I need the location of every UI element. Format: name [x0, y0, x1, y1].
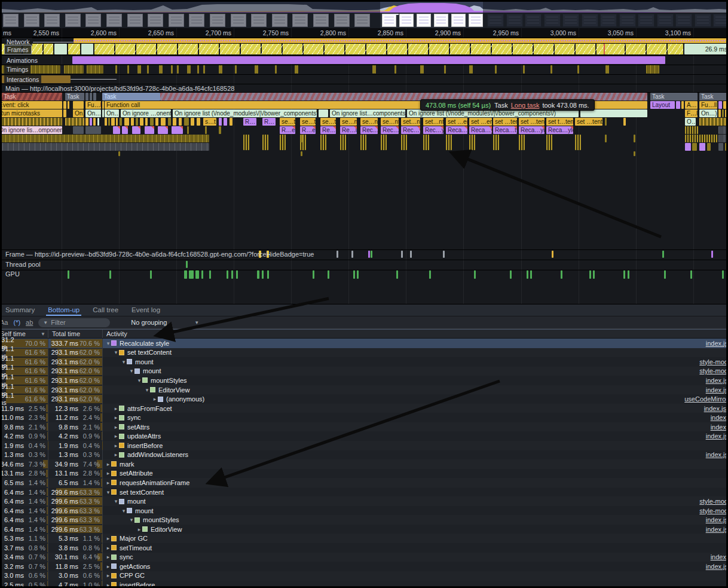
table-row[interactable]: 291.1 ms61.6 %293.1 ms62.0 %▾mountstyle-… [0, 367, 726, 376]
main-funccall-row-bar[interactable]: se…nt [381, 118, 399, 126]
source-link[interactable]: index.js [706, 516, 726, 523]
main-task-row-bar[interactable]: Task [699, 93, 728, 100]
timings-track-bar[interactable] [127, 65, 129, 74]
main-depth6-row-bar[interactable] [401, 135, 407, 150]
filmstrip-thumbnail[interactable] [434, 14, 448, 27]
table-row[interactable]: 3.0 ms0.6 %3.0 ms0.6 %▸CPP GC [0, 571, 726, 581]
filmstrip-thumbnail[interactable] [399, 14, 414, 27]
main-funccall-row-bar[interactable]: set t…tent [546, 118, 573, 126]
filmstrip-thumbnail[interactable] [417, 14, 431, 27]
main-recalc-row-bar[interactable]: R…e [280, 126, 295, 134]
main-microtask-row-bar[interactable]: On…) [85, 109, 101, 117]
gpu-track-bar[interactable] [257, 270, 259, 279]
main-recalc-row-bar[interactable]: Re…e [320, 126, 336, 134]
source-link[interactable]: index. [711, 553, 726, 560]
main-depth6-row-bar[interactable] [340, 135, 346, 150]
tree-expand-icon[interactable]: ▸ [113, 424, 119, 430]
main-funccall-row-bar[interactable] [0, 118, 62, 126]
tree-expand-icon[interactable]: ▸ [105, 545, 111, 551]
gpu-track-bar[interactable] [189, 270, 194, 279]
main-microtask-row-bar[interactable] [319, 109, 328, 117]
main-funccall-row-bar[interactable]: se…nt [360, 118, 378, 126]
main-task-row-bar[interactable]: Task [2, 93, 62, 100]
main-recalc-row-bar[interactable] [145, 126, 154, 134]
timings-track-bar[interactable] [577, 65, 579, 74]
tab-summary[interactable]: Summary [0, 305, 40, 315]
main-recalc-row-bar[interactable] [219, 126, 221, 134]
tab-event-log[interactable]: Event log [126, 305, 166, 315]
main-microtask-row-bar[interactable]: On…) [73, 109, 84, 117]
tree-expand-icon[interactable]: ▸ [105, 480, 111, 486]
main-funccall-row-bar[interactable]: se…nt [340, 118, 357, 126]
main-recalc-row-bar[interactable]: Reca…yle [519, 126, 545, 134]
main-depth6-row-bar[interactable] [262, 135, 268, 150]
threadpool-label[interactable]: Thread pool [5, 261, 41, 268]
tree-collapse-icon[interactable]: ▾ [129, 368, 134, 374]
frame-track-bar[interactable] [337, 251, 338, 258]
main-depth7-row-bar[interactable] [685, 143, 691, 151]
animations-track-label[interactable]: Animations [4, 56, 40, 65]
gpu-track-bar[interactable] [722, 270, 724, 279]
table-row[interactable]: 291.1 ms61.6 %293.1 ms62.0 %▾EditorViewi… [0, 385, 726, 395]
tree-collapse-icon[interactable]: ▾ [121, 508, 127, 514]
source-link[interactable]: index.js [706, 340, 726, 347]
main-depth7-row-bar[interactable] [718, 143, 723, 151]
tree-expand-icon[interactable]: ▸ [105, 563, 111, 569]
filmstrip-thumbnail[interactable] [451, 14, 466, 27]
gpu-track-bar[interactable] [313, 270, 314, 279]
main-depth7-row-bar[interactable] [0, 143, 209, 151]
table-row[interactable]: 6.4 ms1.4 %299.6 ms63.3 %▾mountstyle-mod [0, 506, 726, 516]
network-bar-bar[interactable] [33, 42, 74, 42]
main-depth6-row-bar[interactable] [634, 135, 635, 142]
main-depth6-row-bar[interactable] [493, 135, 499, 150]
tree-collapse-icon[interactable]: ▾ [136, 377, 142, 383]
network-bar-bar[interactable] [74, 38, 728, 43]
main-recalc-row-bar[interactable] [718, 126, 728, 134]
main-funccall-row-bar[interactable]: set …ent [469, 118, 492, 126]
main-recalc-row-bar[interactable] [122, 126, 128, 134]
timings-track-bar[interactable] [139, 65, 141, 74]
frames-track-bar[interactable]: 26.9 ms [684, 44, 728, 54]
timeline-overview[interactable] [2, 2, 726, 28]
main-funccall-row-bar[interactable]: s…t [203, 118, 216, 126]
regex-icon[interactable]: (*) [13, 319, 20, 326]
source-link[interactable]: style-mod [699, 367, 726, 374]
filmstrip-thumbnail[interactable] [469, 14, 483, 27]
gpu-track-bar[interactable] [262, 270, 264, 279]
tree-collapse-icon[interactable]: ▾ [129, 517, 134, 523]
main-task-row-bar[interactable]: Task [65, 93, 84, 100]
main-funccall-row-bar[interactable]: O… [685, 118, 696, 126]
table-row[interactable]: 6.4 ms1.4 %299.6 ms63.3 %▸EditorViewinde… [0, 525, 726, 534]
main-funccall-row-bar[interactable] [230, 118, 233, 126]
timings-track-bar[interactable] [221, 65, 222, 74]
main-funccall-row-bar[interactable]: set…nt [423, 118, 443, 126]
tab-bottom-up[interactable]: Bottom-up [42, 305, 85, 315]
gpu-track-bar[interactable] [328, 270, 329, 279]
frame-track-bar[interactable] [410, 251, 412, 258]
main-funccall-row-bar[interactable] [65, 118, 84, 126]
tree-expand-icon[interactable]: ▸ [105, 461, 111, 467]
table-row[interactable]: 9.8 ms2.1 %9.8 ms2.1 %▸setAttrsindex. [0, 422, 726, 432]
tree-expand-icon[interactable]: ▸ [105, 535, 111, 541]
main-microtask-row-bar[interactable]: Run microtasks [0, 109, 62, 117]
main-depth8-row-bar[interactable] [118, 151, 120, 156]
activity-column-header[interactable]: Activity [103, 330, 726, 338]
main-recalc-row-bar[interactable]: Reca…yle [446, 126, 467, 134]
table-row[interactable]: 291.1 ms61.6 %293.1 ms62.0 %▸(anonymous)… [0, 394, 726, 404]
main-funccall-row-bar[interactable]: se…t [300, 118, 316, 126]
main-funccall-row-bar[interactable]: set…nt [401, 118, 420, 126]
main-funccall-row-bar[interactable]: se…t [280, 118, 295, 126]
main-recalc-row-bar[interactable]: Reca…yle [546, 126, 573, 134]
table-row[interactable]: 4.2 ms0.9 %4.2 ms0.9 %▸updateAttrsindex.… [0, 431, 726, 441]
tree-expand-icon[interactable]: ▸ [136, 526, 142, 532]
main-recalc-row-bar[interactable]: Reca…tyle [493, 126, 517, 134]
main-funccall-row-bar[interactable] [120, 118, 122, 126]
timings-track-bar[interactable] [177, 65, 179, 74]
table-row[interactable]: 6.4 ms1.4 %299.6 ms63.3 %▾mountStylesind… [0, 515, 726, 525]
filter-input[interactable]: ▼ Filter [38, 318, 110, 327]
tree-expand-icon[interactable]: ▸ [113, 443, 119, 449]
filmstrip-thumbnail[interactable] [382, 14, 396, 27]
main-funccall-row-bar[interactable] [108, 118, 110, 126]
gpu-track-bar[interactable] [628, 270, 629, 279]
main-event-row-bar[interactable] [718, 101, 722, 109]
